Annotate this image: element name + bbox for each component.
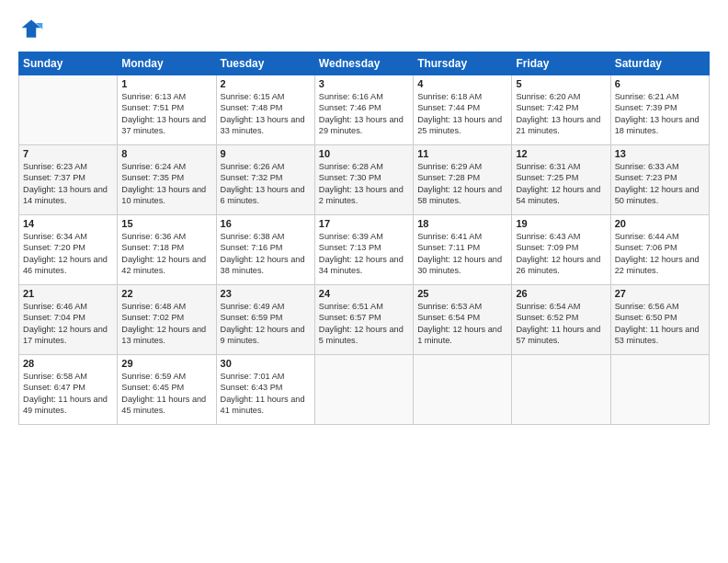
day-info: Sunrise: 6:15 AMSunset: 7:48 PMDaylight:… bbox=[221, 91, 311, 137]
day-info: Sunrise: 6:48 AMSunset: 7:02 PMDaylight:… bbox=[121, 301, 211, 347]
day-info: Sunrise: 6:43 AMSunset: 7:09 PMDaylight:… bbox=[516, 231, 606, 277]
day-number: 11 bbox=[417, 148, 507, 159]
day-cell: 17Sunrise: 6:39 AMSunset: 7:13 PMDayligh… bbox=[314, 215, 413, 285]
day-info: Sunrise: 6:28 AMSunset: 7:30 PMDaylight:… bbox=[319, 161, 409, 207]
day-info: Sunrise: 6:26 AMSunset: 7:32 PMDaylight:… bbox=[221, 161, 311, 207]
day-cell: 23Sunrise: 6:49 AMSunset: 6:59 PMDayligh… bbox=[216, 285, 314, 355]
day-cell: 19Sunrise: 6:43 AMSunset: 7:09 PMDayligh… bbox=[512, 215, 610, 285]
day-number: 22 bbox=[121, 288, 211, 299]
day-info: Sunrise: 6:54 AMSunset: 6:52 PMDaylight:… bbox=[516, 301, 606, 347]
day-info: Sunrise: 6:46 AMSunset: 7:04 PMDaylight:… bbox=[23, 301, 113, 347]
day-cell bbox=[610, 355, 709, 425]
day-cell: 18Sunrise: 6:41 AMSunset: 7:11 PMDayligh… bbox=[414, 215, 512, 285]
day-info: Sunrise: 6:58 AMSunset: 6:47 PMDaylight:… bbox=[23, 371, 113, 417]
day-info: Sunrise: 6:21 AMSunset: 7:39 PMDaylight:… bbox=[615, 91, 705, 137]
day-cell bbox=[19, 75, 118, 145]
day-number: 23 bbox=[221, 288, 311, 299]
day-info: Sunrise: 6:38 AMSunset: 7:16 PMDaylight:… bbox=[221, 231, 311, 277]
weekday-header-tuesday: Tuesday bbox=[216, 52, 314, 75]
day-number: 20 bbox=[615, 218, 705, 229]
day-info: Sunrise: 6:53 AMSunset: 6:54 PMDaylight:… bbox=[417, 301, 507, 347]
weekday-header-sunday: Sunday bbox=[19, 52, 118, 75]
week-row-4: 21Sunrise: 6:46 AMSunset: 7:04 PMDayligh… bbox=[19, 285, 710, 355]
day-number: 9 bbox=[221, 148, 311, 159]
day-number: 26 bbox=[516, 288, 606, 299]
day-cell: 8Sunrise: 6:24 AMSunset: 7:35 PMDaylight… bbox=[118, 145, 216, 215]
day-number: 2 bbox=[221, 78, 311, 89]
day-number: 30 bbox=[221, 358, 311, 369]
week-row-3: 14Sunrise: 6:34 AMSunset: 7:20 PMDayligh… bbox=[19, 215, 710, 285]
day-cell: 30Sunrise: 7:01 AMSunset: 6:43 PMDayligh… bbox=[216, 355, 314, 425]
day-info: Sunrise: 6:39 AMSunset: 7:13 PMDaylight:… bbox=[319, 231, 409, 277]
day-cell: 6Sunrise: 6:21 AMSunset: 7:39 PMDaylight… bbox=[610, 75, 709, 145]
day-number: 10 bbox=[319, 148, 409, 159]
day-number: 25 bbox=[417, 288, 507, 299]
day-info: Sunrise: 6:34 AMSunset: 7:20 PMDaylight:… bbox=[23, 231, 113, 277]
day-cell: 4Sunrise: 6:18 AMSunset: 7:44 PMDaylight… bbox=[414, 75, 512, 145]
day-info: Sunrise: 6:59 AMSunset: 6:45 PMDaylight:… bbox=[121, 371, 211, 417]
day-number: 3 bbox=[319, 78, 409, 89]
weekday-header-saturday: Saturday bbox=[610, 52, 709, 75]
day-cell: 20Sunrise: 6:44 AMSunset: 7:06 PMDayligh… bbox=[610, 215, 709, 285]
day-info: Sunrise: 6:13 AMSunset: 7:51 PMDaylight:… bbox=[121, 91, 211, 137]
day-cell bbox=[414, 355, 512, 425]
day-cell: 22Sunrise: 6:48 AMSunset: 7:02 PMDayligh… bbox=[118, 285, 216, 355]
day-cell: 3Sunrise: 6:16 AMSunset: 7:46 PMDaylight… bbox=[314, 75, 413, 145]
weekday-header-thursday: Thursday bbox=[414, 52, 512, 75]
day-info: Sunrise: 6:44 AMSunset: 7:06 PMDaylight:… bbox=[615, 231, 705, 277]
day-number: 15 bbox=[121, 218, 211, 229]
day-info: Sunrise: 6:18 AMSunset: 7:44 PMDaylight:… bbox=[417, 91, 507, 137]
day-cell: 9Sunrise: 6:26 AMSunset: 7:32 PMDaylight… bbox=[216, 145, 314, 215]
day-cell: 29Sunrise: 6:59 AMSunset: 6:45 PMDayligh… bbox=[118, 355, 216, 425]
day-cell: 15Sunrise: 6:36 AMSunset: 7:18 PMDayligh… bbox=[118, 215, 216, 285]
header-row: SundayMondayTuesdayWednesdayThursdayFrid… bbox=[19, 52, 710, 75]
day-number: 4 bbox=[417, 78, 507, 89]
day-number: 24 bbox=[319, 288, 409, 299]
day-number: 7 bbox=[23, 148, 113, 159]
logo bbox=[18, 17, 48, 42]
weekday-header-wednesday: Wednesday bbox=[314, 52, 413, 75]
day-cell: 12Sunrise: 6:31 AMSunset: 7:25 PMDayligh… bbox=[512, 145, 610, 215]
day-info: Sunrise: 6:51 AMSunset: 6:57 PMDaylight:… bbox=[319, 301, 409, 347]
day-cell: 27Sunrise: 6:56 AMSunset: 6:50 PMDayligh… bbox=[610, 285, 709, 355]
day-number: 21 bbox=[23, 288, 113, 299]
day-number: 13 bbox=[615, 148, 705, 159]
logo-icon bbox=[18, 17, 44, 42]
day-number: 5 bbox=[516, 78, 606, 89]
day-info: Sunrise: 7:01 AMSunset: 6:43 PMDaylight:… bbox=[221, 371, 311, 417]
day-cell: 28Sunrise: 6:58 AMSunset: 6:47 PMDayligh… bbox=[19, 355, 118, 425]
calendar-table: SundayMondayTuesdayWednesdayThursdayFrid… bbox=[18, 52, 710, 425]
day-number: 1 bbox=[121, 78, 211, 89]
day-cell: 7Sunrise: 6:23 AMSunset: 7:37 PMDaylight… bbox=[19, 145, 118, 215]
day-cell: 10Sunrise: 6:28 AMSunset: 7:30 PMDayligh… bbox=[314, 145, 413, 215]
day-info: Sunrise: 6:20 AMSunset: 7:42 PMDaylight:… bbox=[516, 91, 606, 137]
day-number: 12 bbox=[516, 148, 606, 159]
weekday-header-friday: Friday bbox=[512, 52, 610, 75]
day-cell: 25Sunrise: 6:53 AMSunset: 6:54 PMDayligh… bbox=[414, 285, 512, 355]
day-cell bbox=[314, 355, 413, 425]
day-number: 18 bbox=[417, 218, 507, 229]
day-info: Sunrise: 6:29 AMSunset: 7:28 PMDaylight:… bbox=[417, 161, 507, 207]
day-cell: 11Sunrise: 6:29 AMSunset: 7:28 PMDayligh… bbox=[414, 145, 512, 215]
day-cell: 16Sunrise: 6:38 AMSunset: 7:16 PMDayligh… bbox=[216, 215, 314, 285]
day-number: 19 bbox=[516, 218, 606, 229]
week-row-5: 28Sunrise: 6:58 AMSunset: 6:47 PMDayligh… bbox=[19, 355, 710, 425]
page-header bbox=[18, 17, 710, 42]
weekday-header-monday: Monday bbox=[118, 52, 216, 75]
day-number: 17 bbox=[319, 218, 409, 229]
day-cell: 14Sunrise: 6:34 AMSunset: 7:20 PMDayligh… bbox=[19, 215, 118, 285]
day-cell: 26Sunrise: 6:54 AMSunset: 6:52 PMDayligh… bbox=[512, 285, 610, 355]
day-cell: 24Sunrise: 6:51 AMSunset: 6:57 PMDayligh… bbox=[314, 285, 413, 355]
day-cell: 1Sunrise: 6:13 AMSunset: 7:51 PMDaylight… bbox=[118, 75, 216, 145]
day-cell: 13Sunrise: 6:33 AMSunset: 7:23 PMDayligh… bbox=[610, 145, 709, 215]
week-row-2: 7Sunrise: 6:23 AMSunset: 7:37 PMDaylight… bbox=[19, 145, 710, 215]
day-cell: 2Sunrise: 6:15 AMSunset: 7:48 PMDaylight… bbox=[216, 75, 314, 145]
day-info: Sunrise: 6:41 AMSunset: 7:11 PMDaylight:… bbox=[417, 231, 507, 277]
day-info: Sunrise: 6:33 AMSunset: 7:23 PMDaylight:… bbox=[615, 161, 705, 207]
day-cell: 5Sunrise: 6:20 AMSunset: 7:42 PMDaylight… bbox=[512, 75, 610, 145]
week-row-1: 1Sunrise: 6:13 AMSunset: 7:51 PMDaylight… bbox=[19, 75, 710, 145]
day-info: Sunrise: 6:16 AMSunset: 7:46 PMDaylight:… bbox=[319, 91, 409, 137]
day-info: Sunrise: 6:49 AMSunset: 6:59 PMDaylight:… bbox=[221, 301, 311, 347]
day-info: Sunrise: 6:36 AMSunset: 7:18 PMDaylight:… bbox=[121, 231, 211, 277]
day-number: 29 bbox=[121, 358, 211, 369]
